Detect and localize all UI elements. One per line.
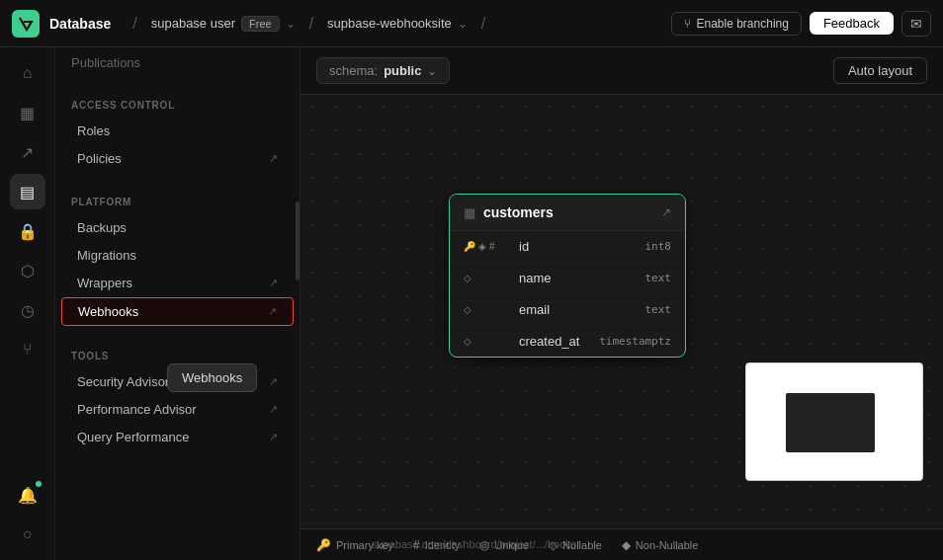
table-row: ◇ email text bbox=[450, 294, 685, 326]
sep2: / bbox=[309, 15, 313, 33]
col-created-type: timestamptz bbox=[599, 335, 671, 348]
sep1: / bbox=[132, 15, 136, 33]
schema-selector[interactable]: schema: public ⌄ bbox=[316, 57, 450, 84]
performance-advisor-arrow-icon: ↗ bbox=[269, 403, 278, 416]
main-layout: ⌂ ▦ ↗ ▤ 🔒 ⬡ ◷ ⑂ 🔔 ○ Publications ACCESS … bbox=[0, 47, 943, 560]
home-icon[interactable]: ⌂ bbox=[10, 55, 45, 91]
minimap-viewport bbox=[786, 393, 875, 452]
sidebar-item-wrappers[interactable]: Wrappers ↗ bbox=[61, 270, 294, 296]
policies-arrow-icon: ↗ bbox=[269, 152, 278, 165]
table-name-label: customers bbox=[483, 204, 653, 220]
plan-badge: Free bbox=[241, 16, 280, 32]
webhooks-tooltip: Webhooks bbox=[167, 363, 257, 392]
scrollbar-thumb bbox=[296, 201, 300, 280]
user-selector[interactable]: supabase user Free ⌄ bbox=[151, 16, 296, 32]
bell-icon[interactable]: 🔔 bbox=[10, 477, 45, 513]
table-row: 🔑 ◈ # id int8 bbox=[450, 231, 685, 263]
topbar: Database / supabase user Free ⌄ / supbas… bbox=[0, 0, 943, 47]
pk-status-icon: 🔑 bbox=[316, 538, 331, 552]
col-id-type: int8 bbox=[645, 240, 672, 253]
schema-label: schema: bbox=[329, 63, 378, 78]
col-name-name: name bbox=[519, 271, 640, 285]
nullable-icon: ◇ bbox=[464, 336, 472, 347]
platform-section: PLATFORM bbox=[55, 181, 300, 213]
external-link-icon[interactable]: ↗ bbox=[661, 205, 671, 219]
status-non-nullable: ◆ Non-Nullable bbox=[622, 538, 699, 552]
table-grid-icon: ▦ bbox=[464, 205, 475, 220]
col-email-type: text bbox=[645, 303, 672, 316]
auto-layout-button[interactable]: Auto layout bbox=[833, 57, 927, 84]
feedback-button[interactable]: Feedback bbox=[810, 12, 894, 35]
non-nullable-status-icon: ◆ bbox=[622, 538, 631, 552]
sidebar-item-backups[interactable]: Backups bbox=[61, 214, 294, 241]
user-chevron-icon: ⌄ bbox=[286, 17, 296, 31]
primary-key-icon: 🔑 bbox=[464, 241, 475, 252]
clock-icon[interactable]: ◷ bbox=[10, 292, 45, 328]
security-advisor-arrow-icon: ↗ bbox=[269, 375, 278, 388]
status-bar: 🔑 Primary key # Identity ◎ Unique ◇ Null… bbox=[300, 528, 943, 560]
box-icon[interactable]: ⬡ bbox=[10, 253, 45, 288]
nullable-icon: ◇ bbox=[464, 273, 472, 283]
sidebar-item-query-performance[interactable]: Query Performance ↗ bbox=[61, 424, 294, 450]
table-header: ▦ customers ↗ bbox=[450, 195, 685, 231]
schema-bar: schema: public ⌄ Auto layout bbox=[300, 47, 943, 95]
inbox-icon[interactable]: ↗ bbox=[10, 134, 45, 170]
enable-branching-button[interactable]: ⑂ Enable branching bbox=[671, 12, 802, 36]
access-control-section: ACCESS CONTROL bbox=[55, 84, 300, 117]
icon-rail: ⌂ ▦ ↗ ▤ 🔒 ⬡ ◷ ⑂ 🔔 ○ bbox=[0, 47, 55, 560]
sidebar-item-policies[interactable]: Policies ↗ bbox=[61, 145, 294, 172]
diagram-canvas[interactable]: ▦ customers ↗ 🔑 ◈ # id int8 bbox=[300, 95, 943, 528]
col-created-name: created_at bbox=[519, 334, 593, 349]
col-id-icons: 🔑 ◈ # bbox=[464, 241, 513, 252]
sidebar-item-webhooks[interactable]: Webhooks ↗ bbox=[61, 297, 294, 326]
col-name-type: text bbox=[645, 272, 672, 284]
table-row: ◇ created_at timestamptz bbox=[450, 326, 685, 357]
sidebar-item-migrations[interactable]: Migrations bbox=[61, 242, 294, 269]
customers-table-card: ▦ customers ↗ 🔑 ◈ # id int8 bbox=[449, 194, 686, 358]
wrappers-arrow-icon: ↗ bbox=[269, 277, 278, 289]
sidebar-item-roles[interactable]: Roles bbox=[61, 118, 294, 144]
publications-item[interactable]: Publications bbox=[55, 47, 300, 78]
status-url: supabase.com/dashboard/project/.../hooks bbox=[356, 528, 592, 560]
sep3: / bbox=[481, 15, 485, 33]
nullable-icon: ◇ bbox=[464, 304, 472, 315]
schema-chevron-icon: ⌄ bbox=[427, 64, 437, 78]
minimap[interactable] bbox=[745, 362, 923, 481]
col-email-name: email bbox=[519, 302, 640, 317]
mail-icon: ✉ bbox=[910, 16, 922, 32]
identity-icon: # bbox=[489, 241, 495, 252]
sidebar: Publications ACCESS CONTROL Roles Polici… bbox=[55, 47, 300, 560]
table-icon[interactable]: ▦ bbox=[10, 95, 45, 130]
page-title: Database bbox=[49, 16, 111, 32]
sidebar-scrollbar[interactable] bbox=[296, 47, 300, 560]
webhooks-arrow-icon: ↗ bbox=[268, 305, 277, 318]
sidebar-item-performance-advisor[interactable]: Performance Advisor ↗ bbox=[61, 396, 294, 423]
user-icon[interactable]: ○ bbox=[10, 517, 45, 552]
topbar-right: ⑂ Enable branching Feedback ✉ bbox=[671, 11, 932, 37]
project-label: supbase-webhooksite bbox=[327, 16, 452, 31]
username-label: supabase user bbox=[151, 16, 235, 31]
mail-button[interactable]: ✉ bbox=[901, 11, 931, 37]
branch-icon: ⑂ bbox=[684, 17, 691, 31]
project-selector[interactable]: supbase-webhooksite ⌄ bbox=[327, 16, 468, 31]
table-row: ◇ name text bbox=[450, 263, 685, 294]
col-id-name: id bbox=[519, 239, 640, 254]
content-area: schema: public ⌄ Auto layout ▦ customers… bbox=[300, 47, 943, 560]
database-icon[interactable]: ▤ bbox=[10, 174, 45, 209]
app-logo bbox=[12, 10, 40, 38]
schema-value: public bbox=[384, 63, 421, 78]
branch-rail-icon[interactable]: ⑂ bbox=[10, 332, 45, 367]
lock-icon[interactable]: 🔒 bbox=[10, 213, 45, 249]
col-created-icons: ◇ bbox=[464, 336, 513, 347]
query-performance-arrow-icon: ↗ bbox=[269, 431, 278, 443]
col-name-icons: ◇ bbox=[464, 273, 513, 283]
unique-icon: ◈ bbox=[478, 241, 486, 252]
project-chevron-icon: ⌄ bbox=[458, 17, 468, 31]
col-email-icons: ◇ bbox=[464, 304, 513, 315]
